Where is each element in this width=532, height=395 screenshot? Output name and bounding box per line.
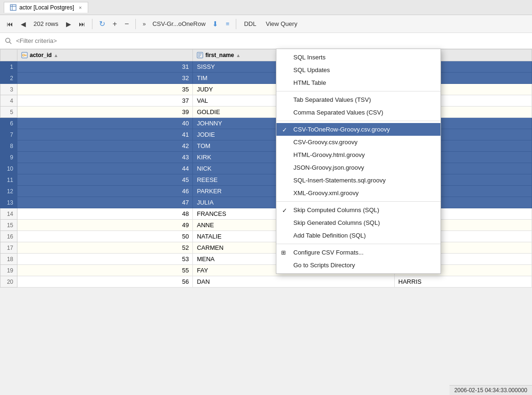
ddl-button[interactable]: DDL: [240, 19, 260, 29]
last-name-cell: DAY-L...: [394, 208, 532, 220]
last-name-cell: BOLGE...: [394, 95, 532, 107]
upload-button[interactable]: ≡: [223, 19, 233, 29]
row-num-cell: 10: [0, 163, 17, 174]
separator-2: [135, 19, 136, 29]
export-nav-button[interactable]: »: [140, 19, 149, 29]
last-name-cell: HARRIS: [394, 276, 532, 288]
table-row[interactable]: 18 53 MENA TEMPL...: [0, 254, 532, 265]
row-num-cell: 8: [0, 140, 17, 152]
prev-page-button[interactable]: ◀: [18, 19, 29, 29]
first-name-cell: CARMEN: [193, 242, 394, 254]
table-row[interactable]: 13 47 JULIA BARRY...: [0, 197, 532, 208]
separator-1: [92, 19, 92, 29]
table-row[interactable]: 11 45 REESE KILME...: [0, 174, 532, 186]
table-row[interactable]: 5 39 GOLDIE BRODY: [0, 107, 532, 118]
table-row[interactable]: 8 42 TOM MIRAN...: [0, 140, 532, 152]
last-name-cell: JOVOV...: [394, 152, 532, 163]
toolbar: ⏮ ◀ 202 rows ▶ ⏭ ↻ + − » CSV-Gr...oOneRo…: [0, 15, 532, 33]
table-row[interactable]: 12 46 PARKER GOLDB...: [0, 186, 532, 197]
first-name-cell: TIM: [193, 73, 394, 84]
actor-id-cell: 52: [17, 242, 193, 254]
last-name-cell: SOBIE...: [394, 61, 532, 73]
row-num-cell: 14: [0, 208, 17, 220]
row-num-cell: 20: [0, 276, 17, 288]
actor-id-cell: 42: [17, 140, 193, 152]
table-row[interactable]: 15 49 ANNE CRON...: [0, 220, 532, 231]
actor-id-cell: 43: [17, 152, 193, 163]
first-name-cell: NICK: [193, 163, 394, 174]
last-name-cell: DEAN: [394, 84, 532, 95]
table-row[interactable]: 6 40 JOHNNY CAGE: [0, 118, 532, 129]
row-num-cell: 2: [0, 73, 17, 84]
last-name-cell: CRON...: [394, 220, 532, 231]
first-name-cell: JOHNNY: [193, 118, 394, 129]
first-name-cell: JULIA: [193, 197, 394, 208]
actor-id-cell: 40: [17, 118, 193, 129]
refresh-button[interactable]: ↻: [96, 18, 108, 30]
table-row[interactable]: 1 31 SISSY SOBIE...: [0, 61, 532, 73]
key-icon: [21, 52, 28, 58]
first-page-button[interactable]: ⏮: [4, 19, 16, 29]
tab-close-button[interactable]: ×: [79, 5, 82, 10]
table-row[interactable]: 20 56 DAN HARRIS: [0, 276, 532, 288]
actor-id-cell: 35: [17, 84, 193, 95]
last-name-col-label: las...: [407, 52, 420, 58]
table-row[interactable]: 7 41 JODIE DEGEN...: [0, 129, 532, 140]
add-row-button[interactable]: +: [110, 18, 120, 30]
actor-id-cell: 41: [17, 129, 193, 140]
first-name-cell: VAL: [193, 95, 394, 107]
row-num-cell: 7: [0, 129, 17, 140]
filter-input[interactable]: [16, 37, 527, 44]
filter-bar: [0, 33, 532, 49]
next-page-button[interactable]: ▶: [63, 19, 74, 29]
col-header-actor-id[interactable]: actor_id ▲: [17, 49, 193, 61]
first-name-cell: TOM: [193, 140, 394, 152]
table-row[interactable]: 4 37 VAL BOLGE...: [0, 95, 532, 107]
separator-3: [236, 19, 236, 29]
last-name-cell: GOLDB...: [394, 186, 532, 197]
actor-id-cell: 47: [17, 197, 193, 208]
table-row[interactable]: 9 43 KIRK JOVOV...: [0, 152, 532, 163]
actor-tab[interactable]: actor [Local Postgres] ×: [4, 2, 88, 13]
download-button[interactable]: ⬇: [209, 18, 221, 30]
row-num-cell: 17: [0, 242, 17, 254]
table-icon: [10, 4, 17, 11]
row-num-cell: 1: [0, 61, 17, 73]
col-header-last-name[interactable]: las...: [394, 49, 532, 61]
last-page-button[interactable]: ⏭: [76, 19, 88, 29]
table-row[interactable]: 16 50 NATALIE HOPKI...: [0, 231, 532, 242]
view-query-button[interactable]: View Query: [262, 19, 301, 29]
row-num-cell: 19: [0, 265, 17, 276]
actor-id-cell: 44: [17, 163, 193, 174]
row-num-cell: 12: [0, 186, 17, 197]
row-num-cell: 16: [0, 231, 17, 242]
row-count: 202 rows: [31, 20, 61, 27]
svg-point-3: [6, 38, 10, 42]
first-name-sort-icon: ▲: [236, 53, 241, 58]
col-header-first-name[interactable]: first_name ▲: [193, 49, 394, 61]
table-row[interactable]: 10 44 NICK STALL...: [0, 163, 532, 174]
data-table-scroll[interactable]: actor_id ▲ first_name: [0, 49, 532, 395]
table-row[interactable]: 17 52 CARMEN HUNT: [0, 242, 532, 254]
table-row[interactable]: 14 48 FRANCES DAY-L...: [0, 208, 532, 220]
row-num-cell: 4: [0, 95, 17, 107]
remove-row-button[interactable]: −: [122, 18, 132, 30]
first-name-cell: ANNE: [193, 220, 394, 231]
actor-id-cell: 50: [17, 231, 193, 242]
search-icon: [5, 37, 12, 45]
col-icon-firstname: [197, 52, 203, 58]
first-name-col-label: first_name: [205, 52, 234, 58]
row-num-cell: 6: [0, 118, 17, 129]
status-text: 2006-02-15 04:34:33.000000: [454, 387, 527, 394]
last-name-cell: KILME...: [394, 265, 532, 276]
actor-id-cell: 53: [17, 254, 193, 265]
first-name-cell: NATALIE: [193, 231, 394, 242]
last-name-cell: TEMPL...: [394, 254, 532, 265]
table-row[interactable]: 2 32 TIM HACKM...: [0, 73, 532, 84]
last-name-cell: CAGE: [394, 118, 532, 129]
status-bar: 2006-02-15 04:34:33.000000: [449, 385, 532, 395]
table-row[interactable]: 3 35 JUDY DEAN: [0, 84, 532, 95]
row-num-cell: 9: [0, 152, 17, 163]
table-row[interactable]: 19 55 FAY KILME...: [0, 265, 532, 276]
actor-id-cell: 37: [17, 95, 193, 107]
